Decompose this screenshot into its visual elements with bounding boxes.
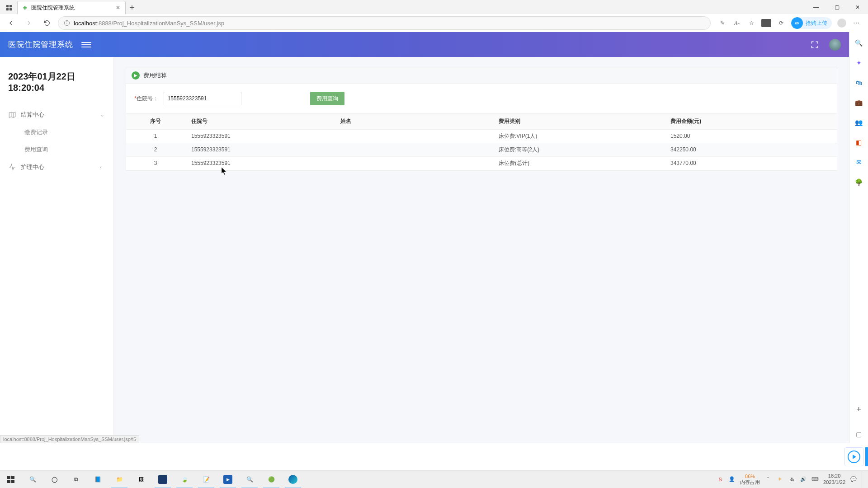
new-tab-button[interactable]: +	[126, 1, 138, 14]
taskbar-app-8[interactable]: 🔍	[239, 470, 260, 488]
back-button[interactable]	[4, 16, 18, 30]
table-row[interactable]: 11555923323591床位费:VIP(1人)1520.00	[126, 129, 837, 143]
hospno-input[interactable]	[164, 92, 241, 105]
taskbar-app-7[interactable]: ▶	[217, 470, 239, 488]
mouse-cursor-icon	[222, 167, 227, 175]
site-info-icon[interactable]	[64, 20, 70, 26]
address-bar: localhost:8888/Proj_HospitalizationManSy…	[0, 14, 868, 32]
table-cell: 床位费:高等(2人)	[492, 143, 664, 156]
tabs-menu-icon[interactable]	[1, 1, 17, 14]
table-row[interactable]: 31555923323591床位费(总计)343770.00	[126, 156, 837, 170]
col-amount: 费用金额(元)	[664, 114, 837, 129]
table-row[interactable]: 21555923323591床位费:高等(2人)342250.00	[126, 143, 837, 156]
svg-rect-7	[7, 476, 10, 479]
browser-chrome: ✚ 医院住院管理系统 ✕ + — ▢ ✕ localhost:8888/Proj…	[0, 0, 868, 32]
url-field[interactable]: localhost:8888/Proj_HospitalizationManSy…	[58, 16, 711, 30]
close-window-button[interactable]: ✕	[847, 0, 868, 14]
svg-rect-3	[9, 8, 12, 10]
table-header-row: 序号 住院号 姓名 费用类别 费用金额(元)	[126, 114, 837, 129]
panel-dot-icon: ▶	[132, 71, 140, 80]
sidebar-item-nursing[interactable]: 护理中心 ‹	[0, 158, 113, 176]
maximize-button[interactable]: ▢	[826, 0, 847, 14]
status-bar-link-hint: localhost:8888/Proj_HospitalizationManSy…	[0, 435, 139, 443]
tray-keyboard-icon[interactable]: ⌨	[811, 476, 819, 483]
show-desktop-button[interactable]	[862, 470, 864, 488]
tray-ime-icon[interactable]: S	[717, 476, 724, 483]
outlook-icon[interactable]: ✉	[854, 158, 863, 167]
extension-pill[interactable]: ∞ 抢购上传	[791, 17, 832, 29]
tray-chevron-icon[interactable]: ˄	[764, 476, 772, 483]
tray-person-icon[interactable]: 👤	[728, 476, 736, 483]
table-cell: 1520.00	[664, 129, 837, 143]
table-cell	[334, 129, 492, 143]
taskbar-app-9[interactable]: 🟢	[260, 470, 282, 488]
people-icon[interactable]: 👥	[854, 118, 863, 127]
tray-network-icon[interactable]: 🖧	[788, 476, 795, 483]
reload-button[interactable]	[40, 16, 54, 30]
tray-volume-icon[interactable]: 🔊	[800, 476, 807, 483]
add-sidebar-icon[interactable]: +	[856, 405, 861, 414]
tray-memory[interactable]: 86% 内存占用	[740, 474, 760, 484]
forward-button[interactable]	[22, 16, 36, 30]
url-text: localhost:8888/Proj_HospitalizationManSy…	[74, 20, 224, 27]
browser-tab[interactable]: ✚ 医院住院管理系统 ✕	[17, 1, 126, 14]
more-menu-icon[interactable]: ⋯	[852, 19, 861, 28]
search-icon[interactable]: 🔍	[854, 38, 863, 47]
taskview-icon[interactable]: ⧉	[65, 470, 87, 488]
taskbar-app-edge[interactable]	[282, 470, 304, 488]
table-cell: 1	[126, 129, 185, 143]
taskbar-app-6[interactable]: 📝	[195, 470, 217, 488]
tray-notification-icon[interactable]: 💬	[850, 476, 857, 483]
taskbar-app-3[interactable]: 🖼	[130, 470, 152, 488]
close-tab-icon[interactable]: ✕	[114, 4, 122, 11]
taskbar-app-5[interactable]: 🍃	[174, 470, 195, 488]
tray-clock[interactable]: 18:20 2023/1/22	[823, 473, 845, 485]
taskbar-app-1[interactable]: 📘	[87, 470, 108, 488]
shopping-icon[interactable]: 🛍	[854, 78, 863, 87]
form-label-hospno: *住院号：	[134, 95, 158, 103]
wand-icon[interactable]: ✎	[718, 19, 727, 28]
briefcase-icon[interactable]: 💼	[854, 98, 863, 107]
float-play-button[interactable]	[844, 447, 863, 466]
panel-title: 费用结算	[143, 71, 167, 80]
tab-title: 医院住院管理系统	[31, 4, 112, 12]
extension-icon[interactable]	[761, 19, 771, 27]
start-button[interactable]	[0, 470, 22, 488]
minimize-button[interactable]: —	[806, 0, 826, 14]
edge-sidebar: 🔍 ✦ 🛍 💼 👥 ◧ ✉ 🌳 + ▢	[849, 32, 868, 443]
query-button[interactable]: 费用查询	[310, 92, 344, 105]
taskbar-search-icon[interactable]: 🔍	[22, 470, 43, 488]
query-form: *住院号： 费用查询	[126, 84, 837, 114]
fee-table: 序号 住院号 姓名 费用类别 费用金额(元) 11555923323591床位费…	[126, 114, 837, 170]
favorite-icon[interactable]: ☆	[747, 19, 756, 28]
read-aloud-icon[interactable]: A»	[732, 19, 741, 28]
table-cell: 1555923323591	[185, 156, 334, 170]
sidebar-item-fee-query[interactable]: 费用查询	[0, 141, 113, 158]
collections-icon[interactable]: ⟳	[777, 19, 786, 28]
hamburger-icon[interactable]	[81, 40, 91, 50]
sparkle-icon[interactable]: ✦	[854, 58, 863, 67]
float-handle[interactable]	[865, 447, 868, 466]
sidebar-item-pay-record[interactable]: 缴费记录	[0, 124, 113, 141]
collapse-sidebar-icon[interactable]: ▢	[854, 430, 863, 439]
col-seq: 序号	[126, 114, 185, 129]
chevron-down-icon: ⌄	[100, 112, 105, 118]
taskbar-app-explorer[interactable]: 📁	[108, 470, 130, 488]
cortana-icon[interactable]: ◯	[43, 470, 65, 488]
svg-point-6	[67, 22, 67, 22]
profile-icon[interactable]	[837, 19, 846, 28]
table-cell: 床位费(总计)	[492, 156, 664, 170]
taskbar-app-4[interactable]	[152, 470, 174, 488]
system-tray: S 👤 86% 内存占用 ˄ ☀ 🖧 🔊 ⌨ 18:20 2023/1/22 💬	[717, 470, 868, 488]
table-cell: 1555923323591	[185, 129, 334, 143]
fullscreen-icon[interactable]	[810, 40, 819, 49]
table-cell	[334, 156, 492, 170]
window-controls: — ▢ ✕	[806, 0, 868, 14]
table-cell: 1555923323591	[185, 143, 334, 156]
user-avatar[interactable]	[829, 39, 841, 51]
office-icon[interactable]: ◧	[854, 138, 863, 147]
table-cell: 342250.00	[664, 143, 837, 156]
tray-sun-icon[interactable]: ☀	[776, 476, 783, 483]
sidebar-item-settlement[interactable]: 结算中心 ⌄	[0, 106, 113, 124]
tree-icon[interactable]: 🌳	[854, 178, 863, 187]
